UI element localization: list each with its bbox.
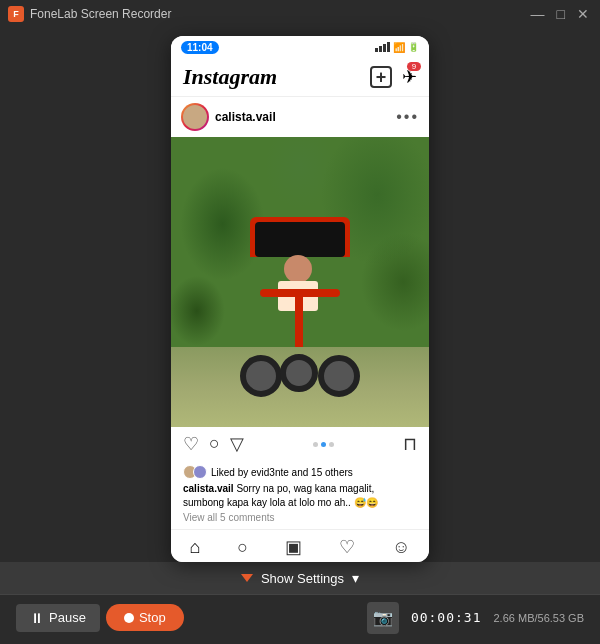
post-actions-left: ♡ ○ ▽ — [183, 433, 244, 455]
timer-display: 00:00:31 — [411, 610, 482, 625]
like-icon[interactable]: ♡ — [183, 433, 199, 455]
show-settings-label: Show Settings — [261, 571, 344, 586]
add-post-icon[interactable]: + — [370, 66, 392, 88]
notification-badge: 9 — [407, 62, 421, 71]
username[interactable]: calista.vail — [215, 110, 276, 124]
ig-header: Instagram + ✈ 9 — [171, 58, 429, 97]
post-header: calista.vail ••• — [171, 97, 429, 137]
title-bar-left: F FoneLab Screen Recorder — [8, 6, 171, 22]
phone-mockup: 11:04 📶 🔋 Instagram + ✈ 9 — [171, 36, 429, 562]
post-user: calista.vail — [181, 103, 276, 131]
stop-button[interactable]: Stop — [106, 604, 184, 631]
nav-home-icon[interactable]: ⌂ — [189, 537, 200, 558]
toolbar-right: 📷 00:00:31 2.66 MB/56.53 GB — [367, 602, 584, 634]
status-bar: 11:04 📶 🔋 — [171, 36, 429, 58]
post-actions: ♡ ○ ▽ ⊓ — [171, 427, 429, 461]
dot-2-active — [321, 442, 326, 447]
rear-right-wheel — [318, 355, 360, 397]
arrow-down-icon — [241, 574, 253, 582]
dot-1 — [313, 442, 318, 447]
app-title: FoneLab Screen Recorder — [30, 7, 171, 21]
minimize-button[interactable]: — — [528, 6, 548, 22]
seat-back — [255, 222, 345, 257]
view-comments[interactable]: View all 5 comments — [183, 512, 417, 523]
front-wheel — [280, 354, 318, 392]
pause-label: Pause — [49, 610, 86, 625]
rear-left-wheel — [240, 355, 282, 397]
status-time: 11:04 — [181, 41, 219, 54]
user-avatar — [181, 103, 209, 131]
liked-by-text: Liked by evid3nte and 15 others — [211, 467, 353, 478]
post-caption: Liked by evid3nte and 15 others calista.… — [171, 461, 429, 529]
liked-avatar-2 — [193, 465, 207, 479]
ig-header-icons: + ✈ 9 — [370, 66, 417, 88]
ig-logo: Instagram — [183, 64, 277, 90]
battery-icon: 🔋 — [408, 42, 419, 52]
messages-icon-wrapper[interactable]: ✈ 9 — [402, 66, 417, 88]
app-icon: F — [8, 6, 24, 22]
child-head — [284, 255, 312, 283]
frame — [295, 297, 303, 347]
toolbar-left: ⏸ Pause Stop — [16, 604, 184, 632]
handlebar — [260, 289, 340, 297]
main-content: 11:04 📶 🔋 Instagram + ✈ 9 — [0, 28, 600, 562]
dots-indicator — [313, 442, 334, 447]
nav-profile-icon[interactable]: ☺ — [392, 537, 410, 558]
pause-button[interactable]: ⏸ Pause — [16, 604, 100, 632]
share-icon[interactable]: ▽ — [230, 433, 244, 455]
caption-username: calista.vail — [183, 483, 234, 494]
nav-reels-icon[interactable]: ▣ — [285, 536, 302, 558]
nav-likes-icon[interactable]: ♡ — [339, 536, 355, 558]
show-settings-bar[interactable]: Show Settings ▾ — [0, 562, 600, 594]
title-bar: F FoneLab Screen Recorder — □ ✕ — [0, 0, 600, 28]
liked-avatars — [183, 465, 207, 479]
camera-icon: 📷 — [373, 608, 393, 627]
window-controls: — □ ✕ — [528, 6, 592, 22]
status-icons: 📶 🔋 — [375, 42, 419, 53]
pause-icon: ⏸ — [30, 610, 44, 626]
liked-by: Liked by evid3nte and 15 others — [183, 465, 417, 479]
maximize-button[interactable]: □ — [554, 6, 568, 22]
wifi-icon: 📶 — [393, 42, 405, 53]
caption-text: calista.vail Sorry na po, wag kana magal… — [183, 482, 417, 510]
bottom-toolbar: ⏸ Pause Stop 📷 00:00:31 2.66 MB/56.53 GB — [0, 594, 600, 640]
comment-icon[interactable]: ○ — [209, 433, 220, 455]
post-more-icon[interactable]: ••• — [396, 108, 419, 126]
save-icon[interactable]: ⊓ — [403, 433, 417, 455]
signal-bars-icon — [375, 42, 390, 52]
dot-3 — [329, 442, 334, 447]
stop-icon — [124, 613, 134, 623]
file-size-display: 2.66 MB/56.53 GB — [494, 612, 585, 624]
avatar-inner — [183, 105, 207, 129]
close-button[interactable]: ✕ — [574, 6, 592, 22]
chevron-down-icon: ▾ — [352, 570, 359, 586]
screenshot-button[interactable]: 📷 — [367, 602, 399, 634]
tricycle-scene — [240, 217, 360, 397]
ig-bottom-nav: ⌂ ○ ▣ ♡ ☺ — [171, 529, 429, 562]
post-image — [171, 137, 429, 427]
nav-search-icon[interactable]: ○ — [237, 537, 248, 558]
stop-label: Stop — [139, 610, 166, 625]
